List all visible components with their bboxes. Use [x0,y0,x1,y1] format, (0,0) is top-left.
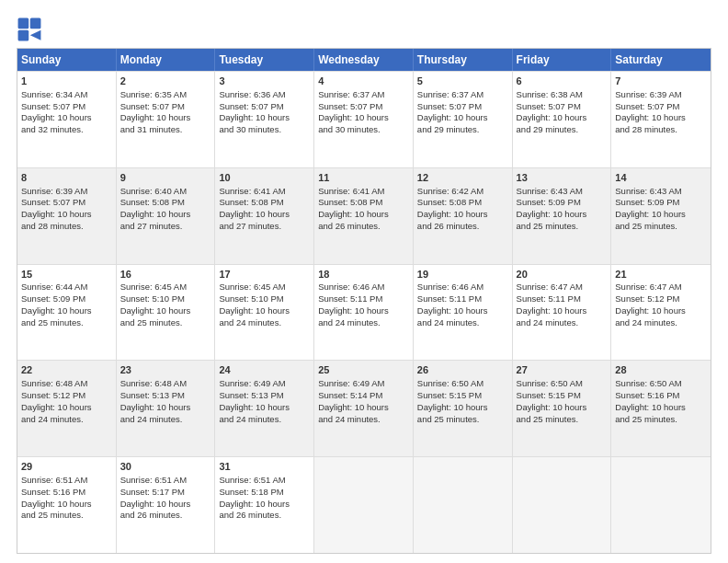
day-info-line: Daylight: 10 hours [219,402,310,414]
day-info-line: Sunrise: 6:34 AM [21,89,112,101]
calendar-cell: 23Sunrise: 6:48 AMSunset: 5:13 PMDayligh… [117,361,216,456]
day-info-line: Daylight: 10 hours [219,499,310,511]
day-info-line: Sunrise: 6:49 AM [219,378,310,390]
day-number: 29 [21,460,112,474]
day-info-line: and 24 minutes. [417,317,508,329]
day-number: 14 [615,171,707,185]
day-info-line: Daylight: 10 hours [417,209,508,221]
calendar-cell: 3Sunrise: 6:36 AMSunset: 5:07 PMDaylight… [215,72,314,167]
day-number: 1 [21,75,112,88]
day-info-line: Daylight: 10 hours [615,112,707,124]
day-number: 3 [219,75,310,88]
day-info-line: Sunrise: 6:41 AM [219,186,310,198]
day-info-line: Sunrise: 6:38 AM [517,89,608,101]
logo [17,17,46,42]
day-info-line: Sunrise: 6:36 AM [219,89,310,101]
day-info-line: Daylight: 10 hours [120,112,211,124]
calendar-cell [414,457,513,553]
day-info-line: Sunset: 5:07 PM [21,101,112,113]
day-number: 11 [318,171,409,185]
day-info-line: Sunset: 5:07 PM [615,101,707,113]
day-number: 31 [219,460,310,474]
day-info-line: Daylight: 10 hours [615,305,707,317]
day-info-line: Daylight: 10 hours [120,305,211,317]
calendar-row: 8Sunrise: 6:39 AMSunset: 5:07 PMDaylight… [17,167,711,264]
day-info-line: Daylight: 10 hours [318,402,409,414]
calendar-cell: 30Sunrise: 6:51 AMSunset: 5:17 PMDayligh… [117,457,216,553]
calendar-cell: 2Sunrise: 6:35 AMSunset: 5:07 PMDaylight… [117,72,216,167]
day-info-line: Sunset: 5:09 PM [517,197,608,209]
day-info-line: Sunrise: 6:39 AM [21,186,112,198]
calendar-row: 29Sunrise: 6:51 AMSunset: 5:16 PMDayligh… [17,456,711,553]
day-info-line: and 28 minutes. [615,124,707,136]
day-info-line: Sunrise: 6:37 AM [417,89,508,101]
day-number: 8 [21,171,112,185]
day-number: 25 [318,363,409,377]
day-number: 17 [219,268,310,282]
day-info-line: and 31 minutes. [120,124,211,136]
calendar-cell: 8Sunrise: 6:39 AMSunset: 5:07 PMDaylight… [17,168,117,264]
calendar-cell: 25Sunrise: 6:49 AMSunset: 5:14 PMDayligh… [314,361,414,456]
calendar-cell: 6Sunrise: 6:38 AMSunset: 5:07 PMDaylight… [513,72,612,167]
day-number: 30 [120,460,211,474]
day-info-line: Daylight: 10 hours [318,112,409,124]
calendar-cell [314,457,414,553]
day-info-line: Daylight: 10 hours [120,209,211,221]
header-day-monday: Monday [117,49,216,71]
day-info-line: Daylight: 10 hours [219,305,310,317]
day-info-line: and 24 minutes. [517,317,608,329]
calendar-cell: 31Sunrise: 6:51 AMSunset: 5:18 PMDayligh… [215,457,314,553]
day-info-line: Daylight: 10 hours [21,499,112,511]
day-info-line: and 28 minutes. [21,221,112,233]
calendar-cell: 21Sunrise: 6:47 AMSunset: 5:12 PMDayligh… [611,265,711,361]
day-info-line: Sunset: 5:11 PM [417,293,508,305]
day-info-line: Sunrise: 6:47 AM [517,282,608,293]
calendar-cell: 29Sunrise: 6:51 AMSunset: 5:16 PMDayligh… [17,457,117,553]
day-info-line: Sunset: 5:10 PM [219,293,310,305]
calendar-cell: 18Sunrise: 6:46 AMSunset: 5:11 PMDayligh… [314,265,414,361]
day-info-line: and 24 minutes. [318,414,409,426]
day-info-line: Sunset: 5:16 PM [21,487,112,499]
day-info-line: Sunset: 5:07 PM [21,197,112,209]
day-info-line: Sunrise: 6:39 AM [615,89,707,101]
day-info-line: Sunrise: 6:40 AM [120,186,211,198]
day-number: 18 [318,268,409,282]
day-info-line: Sunset: 5:18 PM [219,487,310,499]
day-info-line: and 24 minutes. [318,317,409,329]
day-info-line: and 26 minutes. [120,510,211,522]
calendar-row: 1Sunrise: 6:34 AMSunset: 5:07 PMDaylight… [17,71,711,167]
calendar-cell [611,457,711,553]
day-number: 2 [120,75,211,88]
day-info-line: Sunset: 5:17 PM [120,487,211,499]
day-info-line: Sunrise: 6:42 AM [417,186,508,198]
calendar-row: 15Sunrise: 6:44 AMSunset: 5:09 PMDayligh… [17,264,711,361]
day-info-line: Sunset: 5:11 PM [517,293,608,305]
calendar-cell: 5Sunrise: 6:37 AMSunset: 5:07 PMDaylight… [414,72,513,167]
day-info-line: Sunset: 5:07 PM [517,101,608,113]
day-info-line: Daylight: 10 hours [517,402,608,414]
day-info-line: Sunrise: 6:43 AM [615,186,707,198]
calendar-cell: 26Sunrise: 6:50 AMSunset: 5:15 PMDayligh… [414,361,513,456]
day-info-line: Daylight: 10 hours [417,402,508,414]
day-info-line: Sunrise: 6:47 AM [615,282,707,293]
day-info-line: Sunrise: 6:45 AM [219,282,310,293]
day-info-line: Sunrise: 6:51 AM [219,475,310,487]
day-info-line: Sunset: 5:13 PM [120,390,211,402]
day-info-line: Daylight: 10 hours [517,112,608,124]
day-number: 12 [417,171,508,185]
calendar-cell: 20Sunrise: 6:47 AMSunset: 5:11 PMDayligh… [513,265,612,361]
day-info-line: Sunset: 5:15 PM [517,390,608,402]
calendar-cell: 12Sunrise: 6:42 AMSunset: 5:08 PMDayligh… [414,168,513,264]
day-number: 7 [615,75,707,88]
day-info-line: Daylight: 10 hours [615,209,707,221]
day-number: 27 [517,363,608,377]
day-info-line: and 25 minutes. [517,414,608,426]
day-info-line: Sunrise: 6:50 AM [417,378,508,390]
calendar-cell: 19Sunrise: 6:46 AMSunset: 5:11 PMDayligh… [414,265,513,361]
day-info-line: and 30 minutes. [219,124,310,136]
calendar-cell: 4Sunrise: 6:37 AMSunset: 5:07 PMDaylight… [314,72,414,167]
day-info-line: Sunrise: 6:35 AM [120,89,211,101]
day-number: 20 [517,268,608,282]
day-info-line: Daylight: 10 hours [219,209,310,221]
calendar: SundayMondayTuesdayWednesdayThursdayFrid… [17,48,711,554]
